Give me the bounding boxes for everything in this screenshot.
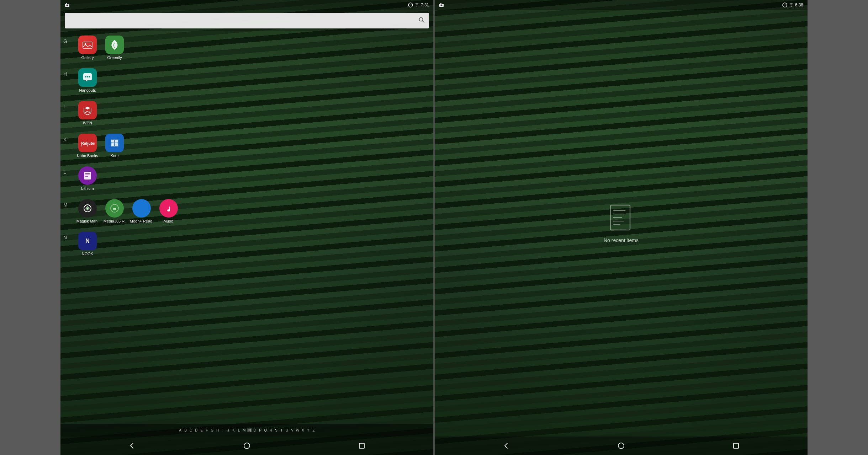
- section-N: N N NOOK: [63, 228, 430, 260]
- alpha-F[interactable]: F: [205, 428, 210, 432]
- svg-text:m: m: [113, 207, 116, 210]
- alpha-L[interactable]: L: [237, 428, 242, 432]
- recents-button-right[interactable]: [730, 440, 742, 451]
- search-input[interactable]: [69, 18, 416, 23]
- app-icon-magisk: [78, 199, 97, 218]
- svg-rect-20: [111, 143, 114, 146]
- svg-point-46: [618, 443, 624, 449]
- search-bar[interactable]: [65, 13, 429, 28]
- app-icon-lithium: [78, 166, 97, 185]
- svg-point-39: [791, 6, 792, 7]
- back-button-left[interactable]: [126, 440, 138, 451]
- back-button-right[interactable]: [501, 440, 512, 451]
- recents-button-left[interactable]: [356, 440, 367, 451]
- camera-icon: [65, 3, 70, 7]
- app-magisk[interactable]: Magisk Man.: [75, 198, 100, 225]
- app-label-lithium: Lithium: [81, 186, 94, 191]
- svg-rect-2: [66, 3, 67, 4]
- section-apps-G: Gallery Greenify: [75, 34, 127, 61]
- left-side-panel: [0, 0, 60, 455]
- phone-right: 6:38 No recent items: [435, 0, 808, 455]
- app-ivpn[interactable]: VPN IVPN: [75, 100, 100, 127]
- section-apps-K: Rakuten kobo Kobo Books: [75, 132, 127, 159]
- app-icon-hangouts: [78, 68, 97, 87]
- nav-bar-left: [60, 437, 433, 455]
- svg-rect-19: [115, 140, 118, 143]
- alpha-R[interactable]: R: [269, 428, 274, 432]
- app-kore[interactable]: Kore: [102, 132, 127, 159]
- phone-left: 7:31 G: [60, 0, 433, 455]
- app-label-greenify: Greenify: [107, 55, 122, 60]
- recents-empty-icon: [607, 203, 635, 232]
- alpha-W[interactable]: W: [295, 428, 300, 432]
- alpha-J[interactable]: J: [226, 428, 231, 432]
- app-hangouts[interactable]: Hangouts: [75, 67, 100, 94]
- home-button-left[interactable]: [241, 440, 253, 451]
- app-icon-greenify: [105, 36, 124, 54]
- svg-point-1: [67, 5, 68, 6]
- svg-point-11: [85, 76, 86, 77]
- section-apps-N: N NOOK: [75, 230, 100, 257]
- app-media365[interactable]: m Media365 R.: [102, 198, 127, 225]
- alpha-I[interactable]: I: [221, 428, 226, 432]
- alpha-G[interactable]: G: [210, 428, 215, 432]
- status-left-icons-right: [439, 3, 444, 7]
- recents-content: No recent items: [435, 10, 808, 437]
- alpha-Y[interactable]: Y: [306, 428, 311, 432]
- alpha-T[interactable]: T: [279, 428, 284, 432]
- alpha-P[interactable]: P: [258, 428, 263, 432]
- alpha-H[interactable]: H: [215, 428, 220, 432]
- alpha-B[interactable]: B: [183, 428, 188, 432]
- section-letter-H: H: [63, 67, 75, 77]
- svg-point-28: [87, 208, 88, 209]
- svg-point-5: [417, 6, 417, 7]
- alphabet-bar[interactable]: A B C D E F G H I J K L M N O P Q R S T …: [60, 424, 433, 437]
- app-label-nook: NOOK: [82, 252, 93, 256]
- alpha-U[interactable]: U: [285, 428, 290, 432]
- wifi-icon-left: [414, 3, 419, 7]
- section-G: G Gallery: [63, 31, 430, 64]
- svg-line-7: [423, 21, 424, 23]
- svg-point-32: [244, 443, 250, 449]
- app-label-hangouts: Hangouts: [79, 88, 96, 92]
- app-moonreader[interactable]: Moon+ Read.: [129, 198, 154, 225]
- app-gallery[interactable]: Gallery: [75, 34, 100, 61]
- app-label-magisk: Magisk Man.: [76, 219, 99, 223]
- status-bar-left: 7:31: [60, 0, 433, 10]
- app-music[interactable]: Music: [156, 198, 181, 225]
- dnd-icon-right: [782, 2, 787, 7]
- status-right-right: 6:38: [782, 2, 803, 7]
- app-nook[interactable]: N NOOK: [75, 230, 100, 257]
- dnd-icon-left: [408, 2, 413, 7]
- alpha-V[interactable]: V: [290, 428, 295, 432]
- alpha-X[interactable]: X: [301, 428, 306, 432]
- alpha-O[interactable]: O: [253, 428, 258, 432]
- alpha-S[interactable]: S: [274, 428, 279, 432]
- app-icon-ivpn: VPN: [78, 101, 97, 119]
- svg-rect-47: [734, 443, 739, 448]
- alpha-M[interactable]: M: [242, 428, 247, 432]
- alpha-Z[interactable]: Z: [311, 428, 316, 432]
- app-label-kore: Kore: [110, 154, 118, 158]
- search-icon[interactable]: [418, 17, 425, 25]
- alpha-D[interactable]: D: [194, 428, 199, 432]
- svg-rect-22: [84, 172, 91, 180]
- svg-rect-8: [83, 42, 92, 48]
- alpha-C[interactable]: C: [189, 428, 194, 432]
- section-L: L Lithium: [63, 162, 430, 195]
- svg-rect-36: [440, 3, 441, 4]
- alpha-E[interactable]: E: [199, 428, 204, 432]
- alpha-A[interactable]: A: [178, 428, 183, 432]
- section-letter-G: G: [63, 34, 75, 44]
- app-icon-music: [159, 199, 178, 218]
- alpha-Q[interactable]: Q: [263, 428, 268, 432]
- app-kobo[interactable]: Rakuten kobo Kobo Books: [75, 132, 100, 159]
- home-button-right[interactable]: [615, 440, 627, 451]
- status-right-left: 7:31: [408, 2, 429, 7]
- time-right: 6:38: [795, 2, 803, 7]
- app-lithium[interactable]: Lithium: [75, 165, 100, 192]
- app-greenify[interactable]: Greenify: [102, 34, 127, 61]
- section-apps-L: Lithium: [75, 165, 100, 192]
- alpha-K[interactable]: K: [231, 428, 236, 432]
- alpha-N[interactable]: N: [247, 428, 252, 432]
